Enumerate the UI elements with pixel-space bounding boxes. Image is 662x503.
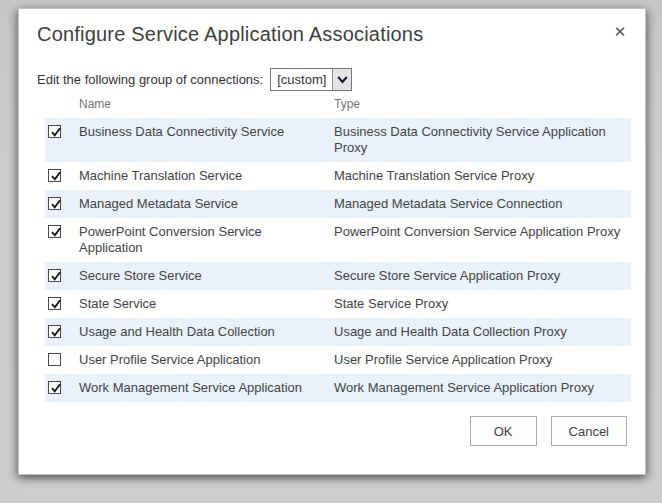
table-row: Business Data Connectivity Service Busin… [45, 118, 631, 162]
row-checkbox[interactable] [48, 297, 61, 310]
table-row: Managed Metadata Service Managed Metadat… [45, 190, 631, 218]
row-type: Work Management Service Application Prox… [334, 380, 631, 396]
row-name: Secure Store Service [79, 268, 334, 284]
row-checkbox[interactable] [48, 269, 61, 282]
checkbox-cell [45, 268, 79, 282]
row-name: Managed Metadata Service [79, 196, 334, 212]
row-name: Business Data Connectivity Service [79, 124, 334, 140]
row-type: Machine Translation Service Proxy [334, 168, 631, 184]
associations-table: Name Type Business Data Connectivity Ser… [45, 97, 631, 402]
row-type: Secure Store Service Application Proxy [334, 268, 631, 284]
row-name: State Service [79, 296, 334, 312]
checkbox-cell [45, 124, 79, 138]
checkbox-cell [45, 168, 79, 182]
checkbox-cell [45, 196, 79, 210]
row-type: User Profile Service Application Proxy [334, 352, 631, 368]
connections-group-label: Edit the following group of connections: [37, 72, 263, 87]
row-name: PowerPoint Conversion Service Applicatio… [79, 224, 334, 256]
row-checkbox[interactable] [48, 325, 61, 338]
row-checkbox[interactable] [48, 169, 61, 182]
checkbox-cell [45, 324, 79, 338]
dialog-buttons: OK Cancel [470, 416, 627, 446]
column-header-type: Type [334, 97, 631, 111]
table-row: PowerPoint Conversion Service Applicatio… [45, 218, 631, 262]
row-name: User Profile Service Application [79, 352, 334, 368]
table-row: Work Management Service Application Work… [45, 374, 631, 402]
row-type: Usage and Health Data Collection Proxy [334, 324, 631, 340]
row-checkbox[interactable] [48, 197, 61, 210]
row-name: Usage and Health Data Collection [79, 324, 334, 340]
checkbox-cell [45, 380, 79, 394]
row-checkbox[interactable] [48, 225, 61, 238]
connections-group-select[interactable]: [custom] [270, 68, 352, 91]
row-type: Managed Metadata Service Connection [334, 196, 631, 212]
close-icon[interactable]: ✕ [609, 21, 631, 43]
column-header-name: Name [79, 97, 334, 111]
table-row: User Profile Service Application User Pr… [45, 346, 631, 374]
row-type: PowerPoint Conversion Service Applicatio… [334, 224, 631, 240]
row-name: Work Management Service Application [79, 380, 334, 396]
dialog-title: Configure Service Application Associatio… [37, 23, 423, 46]
checkbox-cell [45, 296, 79, 310]
ok-button[interactable]: OK [470, 416, 537, 446]
chevron-down-icon [332, 69, 351, 90]
row-checkbox[interactable] [48, 381, 61, 394]
table-row: Usage and Health Data Collection Usage a… [45, 318, 631, 346]
checkbox-cell [45, 352, 79, 366]
checkbox-cell [45, 224, 79, 238]
page-background: Configure Service Application Associatio… [0, 0, 662, 503]
table-row: Machine Translation Service Machine Tran… [45, 162, 631, 190]
row-name: Machine Translation Service [79, 168, 334, 184]
configure-associations-dialog: Configure Service Application Associatio… [18, 8, 646, 475]
connections-group-selected-value: [custom] [271, 69, 332, 90]
row-type: Business Data Connectivity Service Appli… [334, 124, 631, 156]
table-header: Name Type [45, 97, 631, 118]
row-type: State Service Proxy [334, 296, 631, 312]
row-checkbox[interactable] [48, 353, 61, 366]
connections-group-row: Edit the following group of connections:… [37, 68, 352, 91]
table-row: Secure Store Service Secure Store Servic… [45, 262, 631, 290]
table-row: State Service State Service Proxy [45, 290, 631, 318]
cancel-button[interactable]: Cancel [551, 416, 627, 446]
associations-table-body: Business Data Connectivity Service Busin… [45, 118, 631, 402]
row-checkbox[interactable] [48, 125, 61, 138]
